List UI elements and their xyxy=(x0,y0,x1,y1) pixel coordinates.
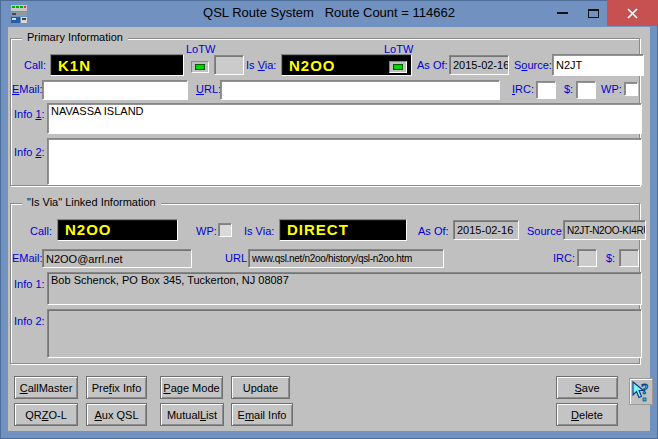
linked-irc-box xyxy=(577,249,597,267)
linked-info1-label: Info 1: xyxy=(14,278,45,290)
callmaster-button[interactable]: CallMaster xyxy=(14,376,78,399)
linked-source-box: N2JT-N2OO-KI4RU xyxy=(563,220,646,240)
primary-email-label: EMail: xyxy=(12,83,43,95)
minimize-button[interactable] xyxy=(548,0,576,26)
linked-asof-label: As Of: xyxy=(418,225,449,237)
title-bar[interactable]: QSL Route System Route Count = 114662 xyxy=(0,0,658,27)
linked-info1-box: Bob Schenck, PO Box 345, Tuckerton, NJ 0… xyxy=(47,272,642,305)
minimize-icon xyxy=(557,12,568,14)
mutual-list-button[interactable]: Mutual List xyxy=(160,403,224,426)
primary-dollar-label: $: xyxy=(564,83,573,95)
app-window: QSL Route System Route Count = 114662 Pr… xyxy=(0,0,658,439)
primary-url-input[interactable] xyxy=(220,80,500,100)
linked-url-box: www.qsl.net/n2oo/history/qsl-n2oo.htm xyxy=(248,249,444,268)
primary-wp-label: WP: xyxy=(601,83,622,95)
context-help-button[interactable]: ? xyxy=(629,378,653,405)
svg-text:?: ? xyxy=(641,381,649,397)
delete-button[interactable]: Delete xyxy=(556,403,618,426)
linked-info2-box xyxy=(47,309,642,358)
linked-asof-box: 2015-02-16 xyxy=(453,220,519,240)
linked-isvia-box: DIRECT xyxy=(279,219,407,241)
help-cursor-icon: ? xyxy=(630,380,652,404)
primary-info2-input[interactable] xyxy=(47,138,642,185)
primary-call-input[interactable] xyxy=(50,54,184,76)
primary-dollar-box[interactable] xyxy=(576,81,596,99)
primary-irc-box[interactable] xyxy=(536,81,556,99)
primary-info1-label: Info 1: xyxy=(14,108,45,120)
linked-info2-label: Info 2: xyxy=(14,315,45,327)
save-button[interactable]: Save xyxy=(556,376,618,399)
page-mode-button[interactable]: Page Mode xyxy=(160,376,223,399)
linked-dollar-box xyxy=(619,249,639,267)
linked-wp-checkbox xyxy=(218,223,232,237)
maximize-button[interactable] xyxy=(579,0,607,26)
primary-lotw-led xyxy=(191,61,209,73)
primary-url-label: URL: xyxy=(196,83,221,95)
email-info-button[interactable]: Email Info xyxy=(231,403,293,426)
primary-email-input[interactable] xyxy=(42,80,188,100)
linked-group-label: "Is Via" Linked Information xyxy=(22,196,161,208)
primary-lotw2-led xyxy=(389,61,407,73)
linked-email-label: EMail: xyxy=(12,252,43,264)
qrz-ol-button[interactable]: QRZ O-L xyxy=(14,403,78,426)
linked-call-box: N2OO xyxy=(57,219,178,241)
close-icon xyxy=(627,8,638,19)
linked-dollar-label: $: xyxy=(606,252,615,264)
maximize-icon xyxy=(588,9,599,18)
linked-irc-label: IRC: xyxy=(553,252,575,264)
primary-isvia-label: Is Via: xyxy=(246,59,276,71)
primary-call-label: Call: xyxy=(24,59,46,71)
primary-info1-input[interactable]: NAVASSA ISLAND xyxy=(47,103,642,134)
linked-isvia-label: Is Via: xyxy=(244,225,274,237)
update-button[interactable]: Update xyxy=(231,376,290,399)
linked-url-label: URL: xyxy=(225,252,250,264)
linked-wp-label: WP: xyxy=(196,225,217,237)
primary-lotw2-label: LoTW xyxy=(384,43,413,55)
primary-info2-label: Info 2: xyxy=(14,146,45,158)
linked-source-label: Source: xyxy=(527,225,565,237)
linked-email-box: N2OO@arrl.net xyxy=(42,249,192,268)
aux-qsl-button[interactable]: Aux QSL xyxy=(86,403,147,426)
prefix-info-button[interactable]: Prefix Info xyxy=(86,376,147,399)
primary-aux-box xyxy=(214,55,244,75)
primary-asof-label: As Of: xyxy=(417,59,448,71)
linked-call-label: Call: xyxy=(30,225,52,237)
primary-source-label: Source: xyxy=(514,59,552,71)
primary-source-input[interactable] xyxy=(552,54,644,76)
primary-wp-checkbox[interactable] xyxy=(624,82,638,96)
close-button[interactable] xyxy=(607,0,658,26)
primary-asof-box: 2015-02-16 xyxy=(449,55,509,75)
primary-lotw-label: LoTW xyxy=(186,43,215,55)
primary-irc-label: IRC: xyxy=(512,83,534,95)
primary-group-label: Primary Information xyxy=(22,31,128,43)
